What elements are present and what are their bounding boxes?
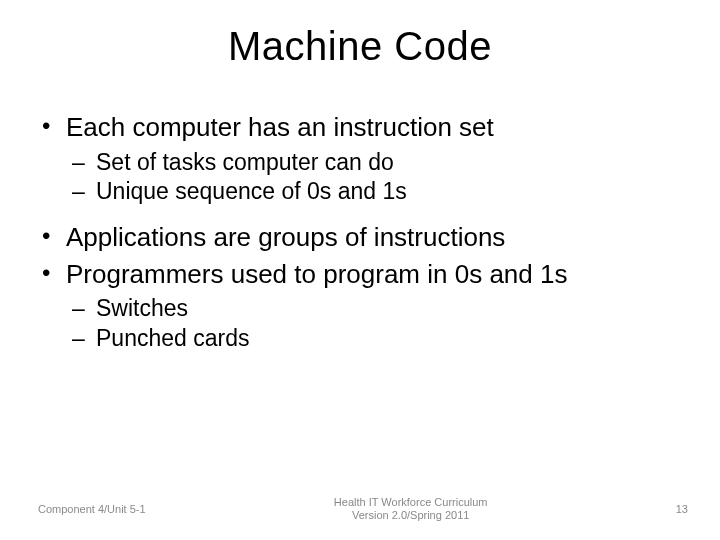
footer-left: Component 4/Unit 5-1 [0,503,146,515]
bullet-text: Programmers used to program in 0s and 1s [66,259,567,289]
sub-bullet-item: Set of tasks computer can do [70,148,682,178]
sub-bullet-text: Punched cards [96,325,249,351]
sub-bullet-text: Set of tasks computer can do [96,149,394,175]
sub-bullet-item: Punched cards [70,324,682,354]
page-number: 13 [676,503,720,515]
sub-bullet-item: Unique sequence of 0s and 1s [70,177,682,207]
slide-title: Machine Code [0,24,720,69]
slide-footer: Component 4/Unit 5-1 Health IT Workforce… [0,496,720,522]
footer-center-line1: Health IT Workforce Curriculum [146,496,676,509]
bullet-item: Each computer has an instruction set Set… [38,111,682,207]
bullet-item: Applications are groups of instructions [38,221,682,254]
bullet-text: Applications are groups of instructions [66,222,505,252]
footer-center: Health IT Workforce Curriculum Version 2… [146,496,676,522]
sub-bullet-item: Switches [70,294,682,324]
sub-bullet-text: Switches [96,295,188,321]
footer-center-line2: Version 2.0/Spring 2011 [146,509,676,522]
sub-bullet-text: Unique sequence of 0s and 1s [96,178,407,204]
slide-body: Each computer has an instruction set Set… [0,111,720,354]
bullet-text: Each computer has an instruction set [66,112,494,142]
bullet-item: Programmers used to program in 0s and 1s… [38,258,682,354]
